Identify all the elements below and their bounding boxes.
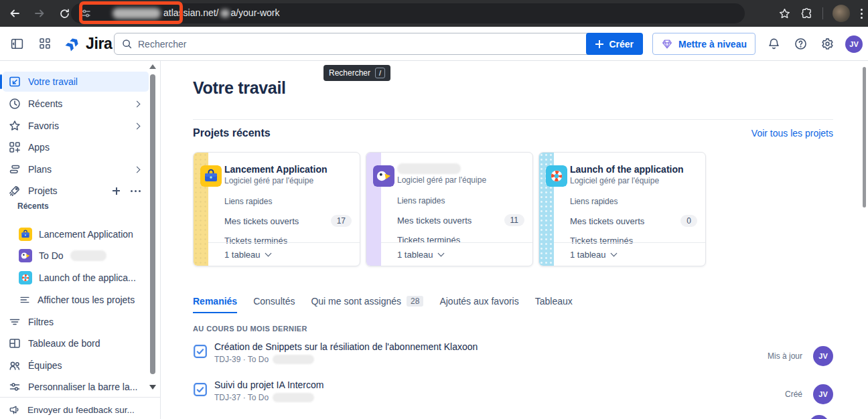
sidebar-project-todo[interactable]: To Do	[3, 246, 149, 266]
open-issues-link[interactable]: Mes tickets ouverts 0	[570, 215, 697, 227]
work-tabs: Remaniés Consultés Qui me sont assignés …	[193, 296, 573, 313]
dashboard-icon	[8, 337, 21, 350]
assignee-avatar[interactable]: JV	[813, 346, 833, 366]
card-title[interactable]: Launch of the application	[570, 164, 697, 175]
sidebar-item-favorites[interactable]: Favoris	[3, 116, 149, 136]
card-subtitle: Logiciel géré par l'équipe	[570, 176, 697, 185]
assignee-avatar[interactable]: JV	[813, 384, 833, 404]
app-switcher-icon[interactable]	[36, 35, 54, 52]
scroll-down-arrow[interactable]	[149, 385, 156, 390]
quick-links-label: Liens rapides	[397, 196, 524, 205]
open-issues-link[interactable]: Mes tickets ouverts 11	[397, 214, 524, 226]
site-info-icon[interactable]	[80, 8, 91, 19]
project-card-launch[interactable]: Launch of the application Logiciel géré …	[538, 152, 706, 266]
notifications-icon[interactable]	[765, 35, 782, 53]
open-issues-count: 0	[680, 215, 697, 227]
board-dropdown[interactable]: 1 tableau	[554, 242, 705, 266]
assignee-avatar[interactable]	[809, 415, 829, 419]
tab-starred[interactable]: Ajoutés aux favoris	[439, 296, 518, 312]
work-item-meta: Mis à jour	[768, 351, 802, 361]
open-issues-link[interactable]: Mes tickets ouverts 17	[224, 215, 352, 227]
sidebar-item-teams[interactable]: Équipes	[3, 355, 149, 375]
tab-boards[interactable]: Tableaux	[535, 296, 573, 312]
task-checkbox-icon	[193, 344, 208, 359]
gem-icon	[661, 38, 673, 50]
sidebar-project-lancement[interactable]: Lancement Application	[3, 224, 149, 244]
sidebar-item-dashboards[interactable]: Tableaux de bord	[3, 333, 149, 353]
work-item-row[interactable]: Création de Snippets sur la résiliation …	[193, 341, 833, 371]
tab-worked-on[interactable]: Remaniés	[193, 296, 237, 313]
work-item-title[interactable]: Suivi du projet IA Intercom	[214, 380, 323, 390]
work-item-title[interactable]: Création de Snippets sur la résiliation …	[214, 341, 478, 352]
redacted-text	[273, 393, 314, 402]
plus-icon	[595, 40, 603, 48]
browser-back-icon[interactable]	[7, 5, 23, 21]
sidebar: Votre travail Récents Favoris Apps Plans…	[0, 61, 161, 419]
collapse-sidebar-icon[interactable]	[8, 35, 25, 52]
more-options-icon[interactable]	[131, 190, 141, 192]
global-search-input[interactable]: Rechercher	[114, 33, 597, 55]
create-button[interactable]: Créer	[586, 33, 643, 55]
search-shortcut-tooltip: Rechercher /	[323, 65, 390, 81]
redacted-text	[70, 250, 106, 261]
sidebar-item-filters[interactable]: Filtres	[3, 312, 149, 332]
sidebar-item-recents[interactable]: Récents	[3, 94, 149, 114]
project-card-todo[interactable]: Logiciel géré par l'équipe Liens rapides…	[366, 152, 533, 266]
help-icon[interactable]	[792, 35, 809, 53]
url-domain-text: atlassian.net/ a/your-work	[125, 7, 280, 18]
your-work-icon	[8, 75, 21, 88]
slash-key-badge: /	[375, 68, 385, 78]
scroll-up-arrow[interactable]	[149, 64, 156, 69]
selected-indicator	[0, 74, 2, 89]
card-title[interactable]: Lancement Application	[224, 164, 352, 175]
sidebar-show-all-projects[interactable]: Afficher tous les projets	[3, 290, 149, 310]
chevron-right-icon	[134, 100, 141, 107]
sidebar-divider	[0, 397, 161, 398]
clock-icon	[8, 97, 21, 110]
browser-profile-avatar[interactable]	[833, 5, 850, 22]
sidebar-item-projects[interactable]: Projets	[3, 181, 149, 201]
sliders-icon	[8, 380, 21, 394]
settings-icon[interactable]	[818, 35, 836, 53]
sidebar-feedback-link[interactable]: Envoyer du feedback sur...	[3, 400, 149, 419]
assigned-count-badge: 28	[407, 296, 423, 307]
app-header: Jira Rechercher Créer Mettre à niveau JV	[0, 27, 868, 61]
quick-links-label: Liens rapides	[224, 197, 352, 206]
board-dropdown[interactable]: 1 tableau	[208, 242, 360, 266]
megaphone-icon	[8, 404, 21, 416]
redacted-card-title	[397, 163, 461, 174]
tab-assigned-to-me[interactable]: Qui me sont assignés 28	[311, 296, 423, 312]
sidebar-item-customize[interactable]: Personnaliser la barre la...	[3, 377, 146, 397]
sidebar-scrollbar[interactable]	[149, 62, 157, 397]
work-item-subtitle: TDJ-39 · To Do	[214, 355, 478, 364]
bookmark-star-icon[interactable]	[778, 7, 791, 20]
task-checkbox-icon	[193, 382, 208, 397]
sidebar-scrollbar-thumb[interactable]	[150, 74, 155, 374]
board-dropdown[interactable]: 1 tableau	[381, 242, 532, 266]
user-avatar[interactable]: JV	[845, 35, 863, 53]
upgrade-button[interactable]: Mettre à niveau	[652, 33, 755, 55]
view-all-projects-link[interactable]: Voir tous les projets	[751, 128, 833, 139]
browser-forward-icon[interactable]	[31, 5, 48, 21]
sidebar-item-apps[interactable]: Apps	[3, 137, 149, 157]
briefcase-project-icon	[19, 228, 32, 241]
work-item-row[interactable]: Suivi du projet IA Intercom TDJ-37 · To …	[193, 380, 833, 409]
title-divider	[193, 119, 833, 120]
add-project-icon[interactable]	[113, 187, 120, 195]
main-scrollbar-thumb[interactable]	[863, 67, 866, 207]
sidebar-item-your-work[interactable]: Votre travail	[3, 72, 149, 92]
project-card-lancement[interactable]: Lancement Application Logiciel géré par …	[193, 152, 360, 266]
url-bar[interactable]: atlassian.net/ a/your-work	[71, 3, 745, 23]
jira-logo[interactable]: Jira	[64, 35, 112, 53]
browser-menu-icon[interactable]	[859, 7, 864, 20]
sidebar-recents-header: Récents	[17, 201, 49, 211]
apps-icon	[8, 141, 21, 154]
card-subtitle: Logiciel géré par l'équipe	[397, 175, 524, 185]
browser-reload-icon[interactable]	[56, 5, 72, 21]
page-title: Votre travail	[193, 78, 286, 98]
card-subtitle: Logiciel géré par l'équipe	[224, 176, 352, 185]
sidebar-item-plans[interactable]: Plans	[3, 159, 149, 179]
sidebar-project-launch[interactable]: Launch of the applica...	[3, 268, 149, 288]
tab-viewed[interactable]: Consultés	[253, 296, 295, 312]
extension-puzzle-icon[interactable]	[800, 7, 813, 20]
